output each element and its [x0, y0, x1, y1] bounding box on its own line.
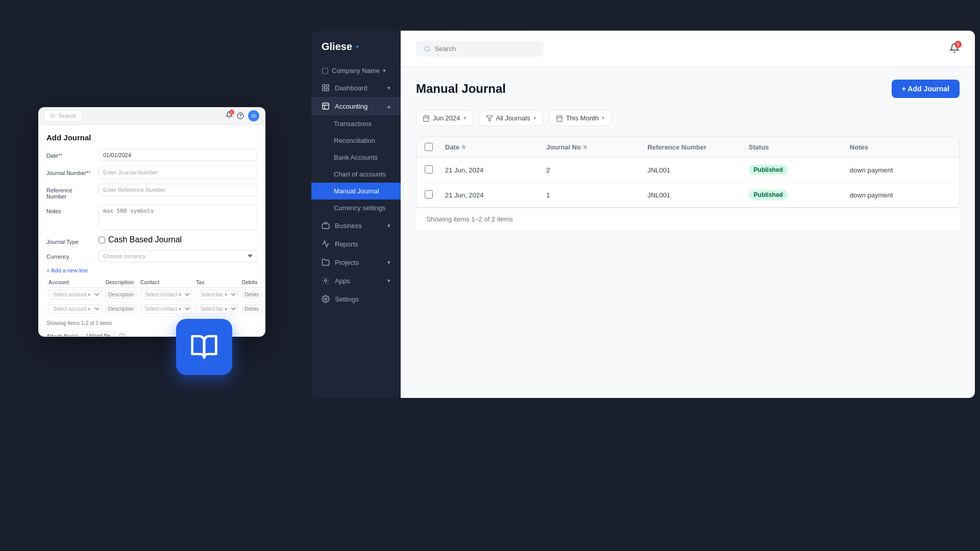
cash-based-checkbox[interactable] [99, 237, 105, 243]
svg-rect-13 [424, 116, 429, 121]
col-credits: Credits [264, 278, 265, 288]
debits-input-2[interactable] [242, 305, 262, 313]
sidebar-item-settings[interactable]: Settings [311, 290, 401, 308]
svg-rect-5 [323, 103, 329, 109]
row2-date: 21 Jun, 2024 [445, 191, 546, 199]
select-all-checkbox[interactable] [425, 143, 433, 151]
journal-sort-icon[interactable]: ⇅ [583, 144, 587, 150]
date-input[interactable] [99, 149, 257, 161]
sidebar-item-chart-of-accounts[interactable]: Chart of accounts [311, 166, 401, 183]
sidebar-item-business[interactable]: Business ▾ [311, 216, 401, 235]
table-row[interactable]: 21 Jun, 2024 1 JNL001 Published down pay… [416, 183, 959, 207]
search-bar[interactable] [416, 41, 544, 57]
reference-input[interactable] [99, 184, 257, 196]
book-icon-button[interactable] [176, 319, 232, 375]
journal-number-row: Journal Number* [46, 166, 257, 179]
col-contact: Contact [138, 278, 194, 288]
projects-label: Projects [335, 259, 359, 266]
description-input-2[interactable] [106, 305, 136, 313]
sidebar-item-transactions[interactable]: Transactions [311, 115, 401, 132]
table-header: Date ⇅ Journal No ⇅ Reference Number Sta… [416, 137, 959, 158]
row2-checkbox[interactable] [425, 190, 433, 198]
accounting-label: Accounting [335, 103, 368, 110]
add-journal-button[interactable]: + Add Journal [892, 80, 960, 98]
col-account: Account [46, 278, 104, 288]
col-tax: Tax [194, 278, 240, 288]
period-filter[interactable]: This Month ▾ [549, 110, 611, 126]
sidebar-item-accounting[interactable]: Accounting ▴ [311, 97, 401, 115]
modal-mini-header: Search 8 JD [38, 107, 265, 125]
table-row[interactable]: 21 Jun, 2024 2 JNL001 Published down pay… [416, 158, 959, 183]
date-sort-icon[interactable]: ⇅ [461, 144, 465, 150]
business-chevron: ▾ [387, 222, 390, 229]
modal-notif-badge: 8 [229, 110, 234, 115]
debits-input-1[interactable] [242, 290, 262, 299]
sidebar-item-currency-settings[interactable]: Currency settings [311, 199, 401, 216]
sidebar-item-dashboard[interactable]: Dashboard ▾ [311, 79, 401, 97]
journals-filter[interactable]: All Journals ▾ [479, 110, 543, 126]
journals-chevron: ▾ [533, 115, 536, 121]
attach-label: Attach file(s) [46, 333, 78, 337]
journal-table: Date ⇅ Journal No ⇅ Reference Number Sta… [416, 136, 960, 208]
modal-search[interactable]: Search [44, 110, 82, 121]
app-name: Gliese [322, 41, 352, 53]
journal-type-label: Journal Type [46, 235, 92, 245]
journal-content: Manual Journal + Add Journal Jun 2024 ▾ … [401, 67, 975, 242]
account-select-1[interactable]: Select account ▾ [48, 290, 102, 299]
contact-select-2[interactable]: Select contact ▾ [140, 304, 192, 314]
contact-select-1[interactable]: Select contact ▾ [140, 290, 192, 299]
accounting-chevron: ▴ [387, 103, 390, 110]
line-item-row: Select account ▾ Select contact ▾ Select… [46, 302, 265, 316]
notes-label: Notes [46, 205, 92, 214]
company-name: Company Name [332, 67, 380, 74]
modal-body: Add Journal Date* Journal Number* Refere… [38, 125, 265, 336]
row2-status: Published [749, 190, 850, 200]
sidebar-item-apps[interactable]: Apps ▾ [311, 271, 401, 290]
modal-header-icons: 8 JD [226, 110, 259, 121]
modal-help-icon[interactable] [237, 112, 244, 119]
journal-type-checkbox-row: Cash Based Journal [99, 235, 182, 244]
svg-marker-17 [486, 115, 493, 121]
book-open-icon [190, 333, 218, 361]
upload-button[interactable]: Upload file [82, 331, 115, 336]
modal-bell[interactable]: 8 [226, 111, 233, 120]
search-input[interactable] [435, 45, 535, 53]
currency-select[interactable]: Choose currency [99, 250, 257, 262]
period-calendar-icon [556, 115, 563, 122]
row1-checkbox[interactable] [425, 165, 433, 173]
journal-number-input[interactable] [99, 166, 257, 179]
transactions-label: Transactions [334, 120, 372, 128]
currency-settings-label: Currency settings [334, 204, 385, 212]
search-icon [424, 45, 431, 53]
avatar: JD [248, 110, 259, 121]
chart-of-accounts-label: Chart of accounts [334, 170, 386, 178]
svg-point-22 [51, 114, 54, 117]
accounting-icon [322, 102, 330, 110]
currency-label: Currency [46, 250, 92, 260]
sidebar-item-bank-accounts[interactable]: Bank Accounts [311, 149, 401, 166]
business-label: Business [335, 222, 362, 230]
tax-select-1[interactable]: Select tax ▾ [196, 290, 238, 299]
row1-date: 21 Jun, 2024 [445, 166, 546, 174]
notes-textarea[interactable] [99, 205, 257, 230]
svg-line-12 [429, 50, 430, 51]
description-input-1[interactable] [106, 290, 136, 299]
reports-label: Reports [335, 240, 358, 248]
notification-bell[interactable]: 8 [949, 43, 960, 55]
modal-title: Add Journal [46, 133, 257, 142]
sidebar-item-manual-journal[interactable]: Manual Journal [311, 183, 401, 199]
date-filter[interactable]: Jun 2024 ▾ [416, 110, 473, 126]
add-line-button[interactable]: + Add a new line [46, 267, 257, 273]
journal-title-row: Manual Journal + Add Journal [416, 80, 960, 98]
sidebar-item-reports[interactable]: Reports [311, 235, 401, 253]
apps-icon [322, 277, 330, 285]
company-selector[interactable]: Company Name ▾ [311, 63, 401, 79]
tax-select-2[interactable]: Select tax ▾ [196, 304, 238, 314]
date-filter-label: Jun 2024 [433, 114, 460, 122]
period-filter-label: This Month [566, 114, 599, 122]
account-select-2[interactable]: Select account ▾ [48, 304, 102, 314]
sidebar-item-projects[interactable]: Projects ▾ [311, 253, 401, 271]
dashboard-chevron: ▾ [387, 85, 390, 91]
add-line-label: + Add a new line [46, 267, 88, 273]
sidebar-item-reconciliation[interactable]: Reconciliation [311, 132, 401, 149]
